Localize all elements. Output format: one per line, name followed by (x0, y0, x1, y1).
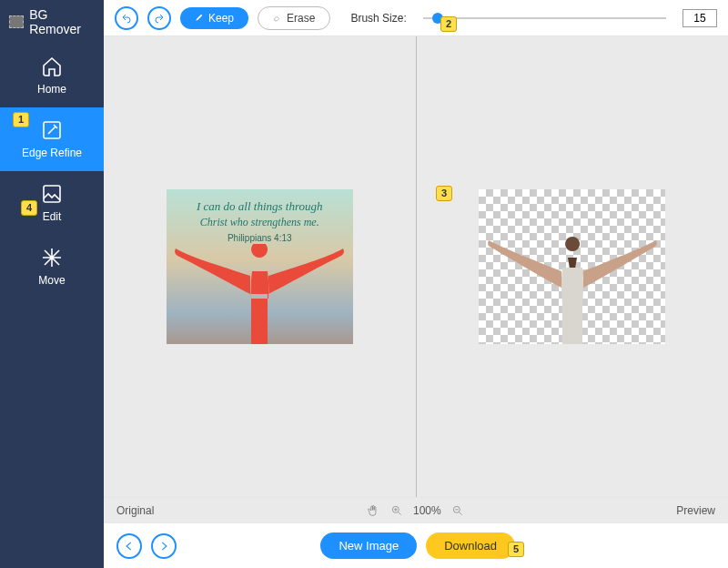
erase-button[interactable]: Erase (258, 6, 330, 30)
new-image-button[interactable]: New Image (320, 532, 417, 559)
app-title-text: BG Remover (29, 7, 95, 36)
preview-label: Preview (676, 504, 715, 517)
undo-button[interactable] (115, 6, 138, 30)
app-title: BG Remover (0, 0, 104, 44)
erase-label: Erase (287, 12, 315, 25)
sidebar-item-move[interactable]: Move (0, 235, 104, 299)
sidebar-item-label: Home (37, 83, 66, 96)
app-logo-icon (9, 15, 24, 28)
preview-image (479, 189, 665, 344)
prev-image-button[interactable] (116, 533, 142, 559)
edit-icon (41, 183, 63, 205)
move-icon (41, 247, 63, 269)
footer: New Image Download (104, 523, 728, 568)
home-icon (41, 56, 63, 77)
sidebar-item-label: Move (38, 274, 65, 287)
person-silhouette-natural (481, 235, 663, 344)
annotation-badge-4: 4 (21, 200, 37, 216)
status-bar: Original 100% Preview (104, 497, 728, 523)
keep-label: Keep (208, 12, 234, 25)
brush-icon (195, 12, 204, 25)
annotation-badge-5: 5 (508, 542, 524, 557)
sidebar-item-home[interactable]: Home (0, 44, 104, 107)
keep-button[interactable]: Keep (180, 7, 248, 29)
original-label: Original (116, 504, 154, 517)
sidebar: BG Remover Home Edge Refine Edit Move (0, 0, 104, 568)
original-panel[interactable]: I can do all things through Christ who s… (104, 36, 416, 497)
zoom-out-icon[interactable] (450, 503, 465, 518)
download-button[interactable]: Download (426, 532, 515, 559)
annotation-badge-2: 2 (440, 16, 457, 32)
brush-size-value[interactable]: 15 (682, 9, 717, 27)
edge-refine-icon (41, 119, 63, 141)
sidebar-item-label: Edge Refine (22, 147, 82, 159)
canvas-area: I can do all things through Christ who s… (104, 36, 728, 497)
annotation-badge-3: 3 (436, 186, 452, 201)
svg-rect-1 (44, 186, 60, 202)
redo-button[interactable] (147, 6, 171, 30)
next-image-button[interactable] (151, 533, 177, 559)
brush-size-label: Brush Size: (350, 12, 406, 25)
sidebar-item-edit[interactable]: Edit (0, 171, 104, 235)
preview-panel[interactable] (417, 36, 729, 497)
original-image-text: I can do all things through Christ who s… (167, 189, 353, 244)
original-image: I can do all things through Christ who s… (167, 189, 353, 344)
main-area: Keep Erase Brush Size: 15 I can do all t… (104, 0, 728, 568)
zoom-in-icon[interactable] (389, 503, 404, 518)
eraser-icon (273, 12, 282, 25)
annotation-badge-1: 1 (13, 112, 29, 127)
hand-tool-icon[interactable] (366, 503, 380, 518)
zoom-value: 100% (413, 504, 441, 517)
sidebar-item-label: Edit (43, 210, 62, 223)
toolbar: Keep Erase Brush Size: 15 (104, 0, 728, 36)
zoom-controls: 100% (154, 503, 676, 518)
person-silhouette-red (168, 244, 350, 344)
